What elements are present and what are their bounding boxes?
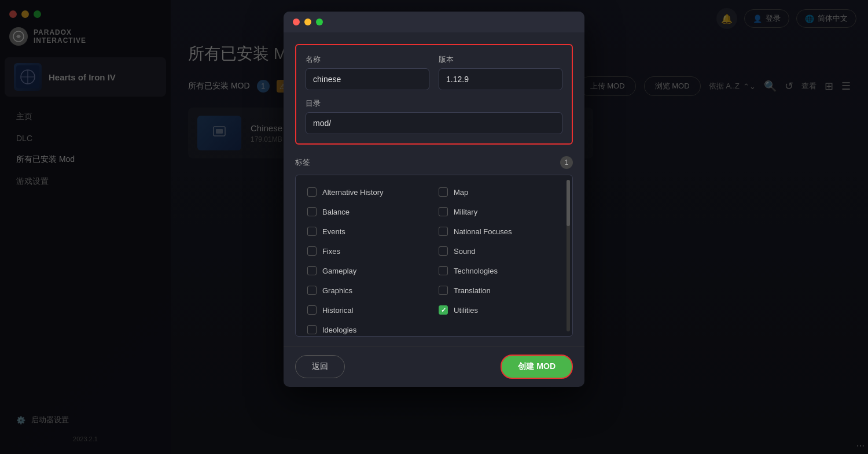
tag-ideologies-label: Ideologies (322, 326, 356, 334)
dir-input[interactable] (306, 112, 562, 134)
tags-grid: Alternative History Map Balance Military (303, 182, 565, 337)
tag-fixes-checkbox[interactable] (307, 246, 317, 256)
name-form-group: 名称 (306, 54, 429, 90)
modal-body: 名称 版本 目录 标签 1 (284, 32, 584, 346)
tag-military[interactable]: Military (434, 202, 565, 222)
tag-alternative-history[interactable]: Alternative History (303, 182, 434, 202)
tag-map[interactable]: Map (434, 182, 565, 202)
tag-technologies[interactable]: Technologies (434, 261, 565, 280)
version-input[interactable] (439, 68, 562, 90)
name-input[interactable] (306, 68, 429, 90)
tag-historical[interactable]: Historical (303, 300, 434, 320)
tags-scrollbar[interactable] (567, 180, 570, 331)
tag-national-focuses[interactable]: National Focuses (434, 222, 565, 241)
tag-historical-label: Historical (322, 306, 353, 315)
tag-graphics-label: Graphics (322, 286, 352, 295)
modal-titlebar (284, 12, 584, 32)
tags-header: 标签 1 (295, 156, 573, 169)
tag-utilities[interactable]: Utilities (434, 300, 565, 320)
tag-sound-label: Sound (454, 247, 476, 256)
back-button[interactable]: 返回 (295, 355, 345, 378)
tag-ideologies[interactable]: Ideologies (303, 320, 434, 337)
modal-maximize-button[interactable] (316, 19, 323, 25)
tag-sound-checkbox[interactable] (439, 246, 448, 256)
tag-utilities-checkbox[interactable] (439, 305, 448, 315)
modal-footer: 返回 创建 MOD (284, 346, 584, 387)
tag-military-checkbox[interactable] (439, 207, 448, 216)
tag-alternative-history-checkbox[interactable] (307, 187, 317, 197)
version-form-group: 版本 (439, 54, 562, 90)
tag-ideologies-checkbox[interactable] (307, 325, 317, 334)
tag-technologies-label: Technologies (454, 267, 498, 275)
tag-events-label: Events (322, 227, 345, 236)
tag-historical-checkbox[interactable] (307, 305, 317, 315)
name-version-row: 名称 版本 (306, 54, 562, 90)
tag-balance-checkbox[interactable] (307, 207, 317, 216)
tag-alternative-history-label: Alternative History (322, 188, 383, 197)
tag-balance-label: Balance (322, 208, 350, 216)
tag-translation-label: Translation (454, 286, 491, 295)
tag-translation-checkbox[interactable] (439, 286, 448, 295)
modal-overlay: 名称 版本 目录 标签 1 (0, 0, 868, 454)
tag-utilities-label: Utilities (454, 306, 478, 315)
tag-gameplay-label: Gameplay (322, 267, 356, 275)
dir-form-group: 目录 (306, 98, 562, 134)
highlighted-form-section: 名称 版本 目录 (295, 44, 573, 145)
modal-close-button[interactable] (293, 19, 300, 25)
tag-graphics-checkbox[interactable] (307, 286, 317, 295)
version-label: 版本 (439, 54, 562, 65)
tag-map-label: Map (454, 188, 468, 197)
tag-events-checkbox[interactable] (307, 227, 317, 236)
tags-scrollbar-thumb (567, 180, 570, 226)
tag-balance[interactable]: Balance (303, 202, 434, 222)
tag-military-label: Military (454, 208, 477, 216)
tags-count: 1 (560, 156, 573, 169)
tag-sound[interactable]: Sound (434, 241, 565, 261)
tag-gameplay-checkbox[interactable] (307, 266, 317, 275)
create-mod-modal: 名称 版本 目录 标签 1 (284, 12, 584, 387)
tag-map-checkbox[interactable] (439, 187, 448, 197)
tags-container: Alternative History Map Balance Military (295, 175, 573, 337)
tag-national-focuses-label: National Focuses (454, 227, 512, 236)
modal-minimize-button[interactable] (304, 19, 311, 25)
tag-national-focuses-checkbox[interactable] (439, 227, 448, 236)
tag-fixes[interactable]: Fixes (303, 241, 434, 261)
tag-graphics[interactable]: Graphics (303, 280, 434, 300)
dir-label: 目录 (306, 98, 562, 109)
tag-events[interactable]: Events (303, 222, 434, 241)
tag-fixes-label: Fixes (322, 247, 340, 256)
tags-label: 标签 (295, 157, 310, 168)
tag-gameplay[interactable]: Gameplay (303, 261, 434, 280)
tag-technologies-checkbox[interactable] (439, 266, 448, 275)
name-label: 名称 (306, 54, 429, 65)
create-mod-button[interactable]: 创建 MOD (501, 355, 573, 379)
tag-translation[interactable]: Translation (434, 280, 565, 300)
